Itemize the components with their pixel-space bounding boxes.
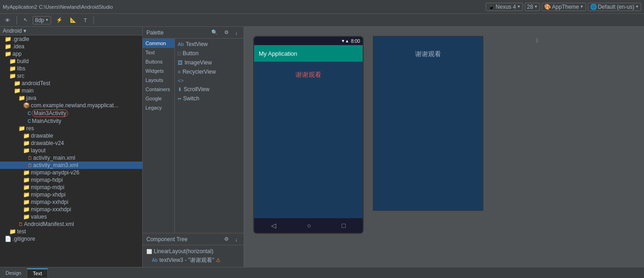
tree-item[interactable]: 📁main [0,87,142,94]
tree-item[interactable]: CMain3Activity [0,109,142,117]
palette-category-item[interactable]: Widgets [143,66,174,75]
tree-item-label: .gradle [12,36,29,42]
api-dropdown[interactable]: 28 ▼ [525,3,540,11]
folder-icon: 📁 [23,169,30,176]
margin-dropdown[interactable]: 8dp ▼ [33,16,51,24]
palette-widget-icon: ⬇ [178,87,182,93]
palette-category-item[interactable]: Common [143,39,174,48]
folder-icon: 📁 [5,43,12,50]
palette-category-item[interactable]: Layouts [143,75,174,85]
api-chevron: ▼ [534,5,538,9]
tree-item[interactable]: 📁src [0,72,142,80]
folder-icon: 📁 [9,73,16,79]
tree-item[interactable]: 📁app [0,50,142,58]
tree-item-label: activity_main3.xml [33,162,78,168]
xml-icon: 🗒 [18,222,23,227]
palette-download-button[interactable]: ↓ [233,29,240,36]
palette-search-button[interactable]: 🔍 [209,29,220,36]
palette-category-item[interactable]: Containers [143,85,174,94]
theme-chevron: ▼ [580,5,584,9]
tree-item[interactable]: 📁mipmap-xxxhdpi [0,206,142,213]
phone-app-toolbar: My Application [254,45,363,62]
tree-item[interactable]: 📁mipmap-hdpi [0,176,142,184]
tree-item[interactable]: 📁drawable [0,132,142,139]
phone-content: 谢谢观看 [254,62,363,218]
tree-item[interactable]: CMainActivity [0,117,142,125]
folder-icon: 📁 [23,177,30,183]
palette-widget-item[interactable]: ⬇ScrollView [176,85,243,94]
palette-widget-item[interactable]: □Button [176,49,243,58]
palette-widget-item[interactable]: 🖼ImageView [176,58,243,67]
palette-category-item[interactable]: Legacy [143,103,174,112]
tree-item[interactable]: 📁mipmap-mdpi [0,184,142,191]
comp-linearlayout-label: LinearLayout(horizontal) [154,248,213,255]
component-tree: Component Tree ⚙ ↓ ⬜ LinearLayout(horizo… [143,233,244,267]
palette-settings-button[interactable]: ⚙ [222,29,231,36]
tree-item[interactable]: 📁androidTest [0,80,142,87]
design-canvas: ▼▲ 8:00 My Application 谢谢观看 ◁ ○ □ 谢谢观看 [244,27,644,267]
ruler-button[interactable]: 📐 [68,16,79,24]
tree-item[interactable]: 📁build [0,58,142,65]
tree-item[interactable]: 🗒activity_main3.xml [0,162,142,169]
tree-item-label: src [17,73,24,79]
tree-item-label: mipmap-xhdpi [31,191,65,198]
palette-widget-item[interactable]: AbTextView [176,40,243,49]
tree-item[interactable]: 📁drawable-v24 [0,139,142,147]
tree-item[interactable]: 📄.gitignore [0,235,142,243]
tree-item[interactable]: 📁layout [0,147,142,154]
folder-icon: 📁 [18,125,25,132]
wifi-icon: ▼▲ [341,39,349,43]
tree-item[interactable]: 🗒AndroidManifest.xml [0,220,142,228]
margin-chevron: ▼ [45,18,49,22]
comp-tree-settings-button[interactable]: ⚙ [222,235,231,243]
snap-button[interactable]: ⚡ [54,16,65,24]
tree-item[interactable]: 📁mipmap-xxhdpi [0,198,142,206]
tree-item[interactable]: 📁.idea [0,43,142,50]
palette-category-item[interactable]: Google [143,94,174,103]
theme-dropdown[interactable]: 🎨 AppTheme ▼ [542,3,586,11]
text-button[interactable]: T [81,17,89,24]
palette-items: AbTextView□Button🖼ImageView≡RecyclerView… [175,39,244,233]
tab-text[interactable]: Text [27,268,48,278]
back-button[interactable]: ◁ [271,222,276,229]
eye-button[interactable]: 👁 [3,17,12,24]
locale-chevron: ▼ [635,5,639,9]
tree-item[interactable]: 📁mipmap-anydpi-v26 [0,169,142,176]
cursor-button[interactable]: ↖ [21,16,30,24]
palette-category-item[interactable]: Text [143,48,174,57]
palette-widget-label: RecyclerView [182,69,215,75]
palette-items-container: AbTextView□Button🖼ImageView≡RecyclerView… [176,40,243,103]
comp-item-linearlayout[interactable]: ⬜ LinearLayout(horizontal) [145,247,242,255]
palette-widget-item[interactable]: ••Switch [176,94,243,103]
tree-item-label: Main3Activity [32,110,68,117]
recents-button[interactable]: □ [342,222,345,229]
tree-item-label: mipmap-xxhdpi [31,199,68,205]
tree-item[interactable]: 📁values [0,213,142,220]
device-dropdown[interactable]: 📱 Nexus 4 ▼ [486,3,523,11]
tree-item-label: androidTest [22,80,50,87]
home-button[interactable]: ○ [307,222,311,229]
tree-item[interactable]: 📦com.example.newland.myapplicat... [0,102,142,109]
palette-widget-item[interactable]: <> [176,76,243,85]
palette-widget-item[interactable]: ≡RecyclerView [176,67,243,76]
palette-widget-icon: ≡ [178,69,180,75]
tree-item[interactable]: 📁test [0,228,142,235]
comp-item-textview[interactable]: Ab textView3 - "谢谢观看" ⚠ [145,255,242,265]
tree-item[interactable]: 🗒activity_main.xml [0,154,142,162]
tree-item[interactable]: 📁java [0,94,142,102]
folder-icon: 📁 [5,36,12,42]
comp-tree-more-button[interactable]: ↓ [233,235,240,243]
tree-item[interactable]: 📁res [0,125,142,132]
device-label: Nexus 4 [496,4,516,10]
comp-tree-body: ⬜ LinearLayout(horizontal) Ab textView3 … [143,245,244,267]
folder-icon: 📁 [18,95,25,101]
tree-item-label: values [31,214,47,220]
palette-category-item[interactable]: Buttons [143,57,174,66]
tree-item[interactable]: 📁mipmap-xhdpi [0,191,142,198]
tab-design[interactable]: Design [0,269,27,277]
folder-icon: 📁 [23,199,30,205]
tree-item[interactable]: 📁libs [0,65,142,72]
tree-item[interactable]: 📁.gradle [0,35,142,43]
palette-widget-icon: Ab [178,41,184,47]
locale-dropdown[interactable]: 🌐 Default (en-us) ▼ [588,3,641,11]
